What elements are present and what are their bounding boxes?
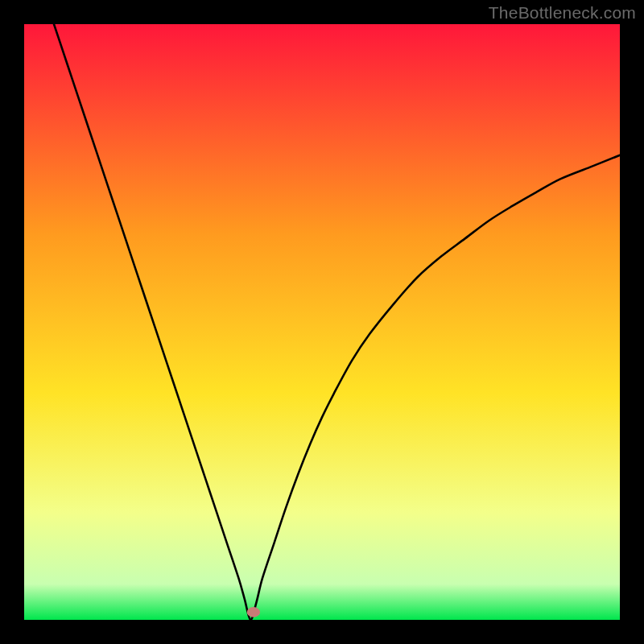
chart-svg — [24, 24, 620, 620]
watermark-text: TheBottleneck.com — [489, 3, 636, 23]
chart-plot-area — [24, 24, 620, 620]
gradient-background — [24, 24, 620, 620]
minimum-marker — [247, 607, 260, 617]
chart-frame: TheBottleneck.com — [0, 0, 644, 644]
